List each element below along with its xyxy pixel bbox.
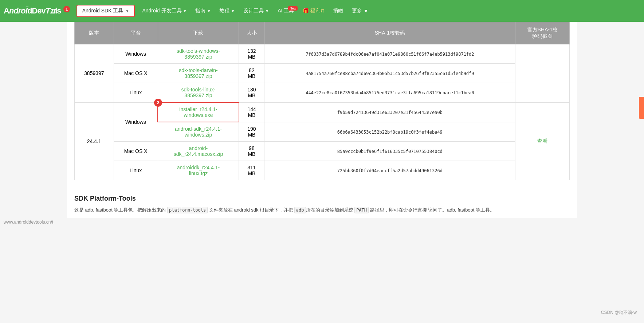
col-platform: 平台 [114, 22, 158, 44]
sdk-desc-text: 这是 adb, fastboot 等工具包。把解压出来的 platform-to… [74, 206, 570, 214]
download-link[interactable]: installer_r24.4.1-windows.exe [179, 106, 217, 118]
sha1-cell: 66b6a6433053c152b22bf8cab19c0f3fef4eba49 [264, 122, 515, 142]
download-link[interactable]: sdk-tools-linux-3859397.zip [181, 87, 215, 98]
sha1-cell: 725bb360f0f7d04eaccff5a2d57abdd49061326d [264, 161, 515, 180]
platform-cell: Mac OS X [114, 142, 158, 161]
platform-cell: Mac OS X [114, 64, 158, 83]
download-cell[interactable]: sdk-tools-linux-3859397.zip [158, 83, 239, 103]
table-row: Linux androiddk_r24.4.1-linux.tgz 311MB … [75, 161, 570, 180]
download-cell[interactable]: sdk-tools-windows-3859397.zip [158, 44, 239, 64]
screenshot-cell[interactable]: 查看 [515, 102, 570, 180]
step-badge-2: 2 [154, 99, 162, 107]
sdk-desc-title: SDK Platform-Tools [74, 195, 570, 202]
platform-cell: Windows [114, 102, 158, 142]
scroll-indicator[interactable] [639, 97, 644, 119]
col-size: 大小 [239, 22, 264, 44]
size-cell: 82MB [239, 64, 264, 83]
android-sdk-tools-button[interactable]: Android SDK 工具 ▼ [76, 5, 135, 17]
chevron-down-icon: ▼ [364, 8, 369, 14]
chevron-down-icon: ▼ [265, 9, 269, 13]
logo[interactable]: AndroĪdDevTɪɪls 1 [4, 6, 70, 16]
notification-badge: 1 [63, 6, 70, 12]
nav-label: 教程 [219, 8, 229, 14]
navbar: AndroĪdDevTɪɪls 1 Android SDK 工具 ▼ Andro… [0, 0, 644, 22]
chevron-down-icon: ▼ [207, 9, 211, 13]
platform-cell: Linux [114, 83, 158, 103]
table-body: 3859397 Windows sdk-tools-windows-385939… [75, 44, 570, 180]
platform-cell: Windows [114, 44, 158, 64]
sha1-cell: 444e22ce8ca0f67353bda4b85175ed3731cae3ff… [264, 83, 515, 103]
table-row: Linux sdk-tools-linux-3859397.zip 130MB … [75, 83, 570, 103]
size-cell: 130MB [239, 83, 264, 103]
nav-label: Android 开发工具 [142, 8, 181, 14]
size-cell: 132MB [239, 44, 264, 64]
screenshot-cell [515, 44, 570, 103]
sha1-value: f9b59d72413649d31e633207e31f456443e7ea0b [337, 110, 443, 115]
col-download: 下载 [158, 22, 239, 44]
main-container: 版本 平台 下载 大小 SHA-1校验码 官方SHA-1校验码截图 385939… [67, 22, 577, 218]
android-sdk-tools-label: Android SDK 工具 [82, 8, 123, 14]
size-cell: 144MB [239, 102, 264, 122]
chevron-down-icon: ▼ [231, 9, 235, 13]
download-cell[interactable]: android-sdk_r24.4.1-windows.zip [158, 122, 239, 142]
nav-label: 福利π [310, 8, 324, 13]
nav-item-ai[interactable]: AI 工具 New [273, 5, 298, 17]
view-link[interactable]: 查看 [537, 138, 547, 144]
download-cell-highlighted[interactable]: 2 installer_r24.4.1-windows.exe [158, 102, 239, 122]
sha1-value: 85a9cccb0b1f9e6f1f616335c5f07107553840cd [337, 149, 443, 154]
chevron-down-icon: ▼ [183, 9, 187, 13]
platform-cell: Linux [114, 161, 158, 180]
sha1-cell: 7f6037d3a7d6789b4fdc06ee7af041e071e9860c… [264, 44, 515, 64]
nav-item-design[interactable]: 设计工具 ▼ [239, 5, 273, 17]
sdk-table: 版本 平台 下载 大小 SHA-1校验码 官方SHA-1校验码截图 385939… [74, 22, 570, 180]
nav-item-dev-tools[interactable]: Android 开发工具 ▼ [138, 5, 191, 17]
download-cell[interactable]: androiddk_r24.4.1-linux.tgz [158, 161, 239, 180]
sha1-cell: 4a81754a760fce88cba74d69c364b05b31c53d57… [264, 64, 515, 83]
download-link[interactable]: androiddk_r24.4.1-linux.tgz [177, 165, 220, 176]
table-header: 版本 平台 下载 大小 SHA-1校验码 官方SHA-1校验码截图 [75, 22, 570, 44]
size-cell: 190MB [239, 122, 264, 142]
sha1-value: 725bb360f0f7d04eaccff5a2d57abdd49061326d [337, 168, 443, 173]
bottom-bar: www.androiddevtools.cn/t [0, 218, 644, 227]
size-cell: 98MB [239, 142, 264, 161]
version-cell: 24.4.1 [75, 102, 114, 180]
sdk-description: SDK Platform-Tools 这是 adb, fastboot 等工具包… [74, 188, 570, 218]
sha1-value: 4a81754a760fce88cba74d69c364b05b31c53d57… [306, 71, 474, 76]
download-cell[interactable]: sdk-tools-darwin-3859397.zip [158, 64, 239, 83]
bottom-url: www.androiddevtools.cn/t [4, 220, 53, 225]
new-badge: New [288, 6, 298, 11]
table-row: Mac OS X sdk-tools-darwin-3859397.zip 82… [75, 64, 570, 83]
download-link[interactable]: android-sdk_r24.4.1-windows.zip [175, 126, 222, 138]
col-sha1: SHA-1校验码 [264, 22, 515, 44]
table-row: 24.4.1 Windows 2 installer_r24.4.1-windo… [75, 102, 570, 122]
sha1-value: 7f6037d3a7d6789b4fdc06ee7af041e071e9860c… [306, 52, 474, 57]
code-path: PATH [354, 207, 369, 213]
download-link[interactable]: android-sdk_r24.4.macosx.zip [174, 145, 223, 157]
code-platform-tools: platform-tools [167, 207, 208, 213]
logo-text: AndroĪdDevTɪɪls [4, 7, 61, 16]
download-link[interactable]: sdk-tools-darwin-3859397.zip [179, 67, 218, 79]
sha1-cell: 85a9cccb0b1f9e6f1f616335c5f07107553840cd [264, 142, 515, 161]
chevron-down-icon: ▼ [125, 9, 129, 13]
size-cell: 311MB [239, 161, 264, 180]
nav-item-gift[interactable]: 🎁 福利π [298, 5, 329, 17]
nav-item-tutorial[interactable]: 教程 ▼ [215, 5, 239, 17]
sha1-cell: f9b59d72413649d31e633207e31f456443e7ea0b [264, 102, 515, 122]
nav-label: 更多 [352, 8, 362, 14]
nav-item-guide[interactable]: 指南 ▼ [191, 5, 215, 17]
nav-item-donate[interactable]: 捐赠 [329, 5, 347, 17]
nav-label: 捐赠 [333, 8, 343, 14]
col-sha1-screenshot: 官方SHA-1校验码截图 [515, 22, 570, 44]
table-row: Mac OS X android-sdk_r24.4.macosx.zip 98… [75, 142, 570, 161]
col-version: 版本 [75, 22, 114, 44]
download-cell[interactable]: android-sdk_r24.4.macosx.zip [158, 142, 239, 161]
nav-label: 设计工具 [243, 8, 264, 14]
sha1-value: 66b6a6433053c152b22bf8cab19c0f3fef4eba49 [337, 130, 443, 135]
nav-item-more[interactable]: 更多 ▼ [347, 5, 373, 17]
table-row: 3859397 Windows sdk-tools-windows-385939… [75, 44, 570, 64]
nav-label: 指南 [195, 8, 205, 14]
gift-icon: 🎁 [303, 8, 309, 13]
download-link[interactable]: sdk-tools-windows-3859397.zip [177, 48, 220, 60]
code-adb: adb [294, 207, 306, 213]
version-cell: 3859397 [75, 44, 114, 103]
